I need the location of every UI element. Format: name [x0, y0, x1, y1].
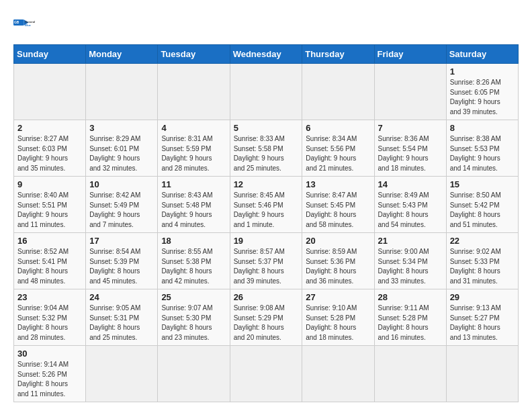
day-number: 26	[234, 292, 299, 302]
day-info: Sunrise: 8:50 AM Sunset: 5:42 PM Dayligh…	[450, 191, 515, 230]
calendar-cell: 25Sunrise: 9:07 AM Sunset: 5:30 PM Dayli…	[158, 289, 230, 346]
day-info: Sunrise: 8:42 AM Sunset: 5:49 PM Dayligh…	[89, 191, 154, 230]
calendar-cell	[158, 64, 230, 120]
calendar-header-row: SundayMondayTuesdayWednesdayThursdayFrid…	[14, 45, 519, 64]
day-info: Sunrise: 9:08 AM Sunset: 5:29 PM Dayligh…	[234, 304, 299, 342]
day-number: 24	[89, 292, 154, 302]
calendar-cell: 15Sunrise: 8:50 AM Sunset: 5:42 PM Dayli…	[446, 177, 518, 233]
calendar-cell: 16Sunrise: 8:52 AM Sunset: 5:41 PM Dayli…	[14, 233, 86, 289]
day-header-monday: Monday	[86, 45, 158, 64]
calendar-cell: 19Sunrise: 8:57 AM Sunset: 5:37 PM Dayli…	[230, 233, 302, 289]
day-number: 1	[450, 66, 515, 77]
day-info: Sunrise: 8:57 AM Sunset: 5:37 PM Dayligh…	[234, 247, 299, 286]
day-info: Sunrise: 9:04 AM Sunset: 5:32 PM Dayligh…	[17, 304, 82, 342]
calendar-cell: 11Sunrise: 8:43 AM Sunset: 5:48 PM Dayli…	[158, 177, 230, 233]
calendar-cell: 10Sunrise: 8:42 AM Sunset: 5:49 PM Dayli…	[86, 177, 158, 233]
day-number: 11	[161, 179, 226, 189]
calendar-cell	[302, 64, 374, 120]
calendar-cell: 23Sunrise: 9:04 AM Sunset: 5:32 PM Dayli…	[14, 289, 86, 346]
day-number: 2	[17, 123, 82, 133]
calendar-cell: 14Sunrise: 8:49 AM Sunset: 5:43 PM Dayli…	[374, 177, 446, 233]
day-number: 17	[89, 236, 154, 246]
calendar-cell: 3Sunrise: 8:29 AM Sunset: 6:01 PM Daylig…	[86, 120, 158, 177]
day-number: 28	[378, 292, 443, 302]
svg-text:Blue: Blue	[25, 24, 31, 27]
day-info: Sunrise: 8:59 AM Sunset: 5:36 PM Dayligh…	[306, 247, 370, 286]
calendar-cell: 5Sunrise: 8:33 AM Sunset: 5:58 PM Daylig…	[230, 120, 302, 177]
day-info: Sunrise: 9:02 AM Sunset: 5:33 PM Dayligh…	[450, 247, 515, 286]
calendar-cell	[86, 64, 158, 120]
day-info: Sunrise: 8:49 AM Sunset: 5:43 PM Dayligh…	[378, 191, 443, 230]
day-number: 4	[161, 123, 226, 133]
day-number: 22	[450, 236, 515, 246]
calendar-cell: 24Sunrise: 9:05 AM Sunset: 5:31 PM Dayli…	[86, 289, 158, 346]
day-info: Sunrise: 8:38 AM Sunset: 5:53 PM Dayligh…	[450, 134, 515, 173]
calendar-cell: 6Sunrise: 8:34 AM Sunset: 5:56 PM Daylig…	[302, 120, 374, 177]
calendar-cell: 30Sunrise: 9:14 AM Sunset: 5:26 PM Dayli…	[14, 346, 86, 402]
calendar-week-1: 1Sunrise: 8:26 AM Sunset: 6:05 PM Daylig…	[14, 64, 519, 120]
day-info: Sunrise: 8:34 AM Sunset: 5:56 PM Dayligh…	[306, 134, 370, 173]
day-info: Sunrise: 8:40 AM Sunset: 5:51 PM Dayligh…	[17, 191, 82, 230]
day-number: 10	[89, 179, 154, 189]
day-info: Sunrise: 9:10 AM Sunset: 5:28 PM Dayligh…	[306, 304, 370, 342]
day-info: Sunrise: 8:43 AM Sunset: 5:48 PM Dayligh…	[161, 191, 226, 230]
day-number: 13	[306, 179, 370, 189]
calendar-cell	[86, 346, 158, 402]
calendar-cell: 22Sunrise: 9:02 AM Sunset: 5:33 PM Dayli…	[446, 233, 518, 289]
calendar-cell: 1Sunrise: 8:26 AM Sunset: 6:05 PM Daylig…	[446, 64, 518, 120]
day-info: Sunrise: 9:00 AM Sunset: 5:34 PM Dayligh…	[378, 247, 443, 286]
calendar-cell: 17Sunrise: 8:54 AM Sunset: 5:39 PM Dayli…	[86, 233, 158, 289]
calendar-cell: 4Sunrise: 8:31 AM Sunset: 5:59 PM Daylig…	[158, 120, 230, 177]
day-number: 25	[161, 292, 226, 302]
calendar-cell: 9Sunrise: 8:40 AM Sunset: 5:51 PM Daylig…	[14, 177, 86, 233]
calendar-week-6: 30Sunrise: 9:14 AM Sunset: 5:26 PM Dayli…	[14, 346, 519, 402]
day-header-friday: Friday	[374, 45, 446, 64]
calendar-cell: 21Sunrise: 9:00 AM Sunset: 5:34 PM Dayli…	[374, 233, 446, 289]
calendar-cell	[14, 64, 86, 120]
day-header-saturday: Saturday	[446, 45, 518, 64]
day-number: 16	[17, 236, 82, 246]
day-info: Sunrise: 9:14 AM Sunset: 5:26 PM Dayligh…	[17, 360, 82, 399]
day-number: 29	[450, 292, 515, 302]
page-header: GB General Blue	[13, 13, 519, 38]
calendar-cell	[230, 346, 302, 402]
calendar-cell: 13Sunrise: 8:47 AM Sunset: 5:45 PM Dayli…	[302, 177, 374, 233]
day-header-thursday: Thursday	[302, 45, 374, 64]
calendar-cell: 7Sunrise: 8:36 AM Sunset: 5:54 PM Daylig…	[374, 120, 446, 177]
day-number: 15	[450, 179, 515, 189]
calendar-cell	[374, 346, 446, 402]
calendar-cell	[302, 346, 374, 402]
day-info: Sunrise: 9:07 AM Sunset: 5:30 PM Dayligh…	[161, 304, 226, 342]
calendar-cell: 26Sunrise: 9:08 AM Sunset: 5:29 PM Dayli…	[230, 289, 302, 346]
calendar-week-5: 23Sunrise: 9:04 AM Sunset: 5:32 PM Dayli…	[14, 289, 519, 346]
day-info: Sunrise: 8:26 AM Sunset: 6:05 PM Dayligh…	[450, 78, 515, 117]
day-header-tuesday: Tuesday	[158, 45, 230, 64]
day-number: 30	[17, 349, 82, 359]
calendar-cell: 27Sunrise: 9:10 AM Sunset: 5:28 PM Dayli…	[302, 289, 374, 346]
day-header-wednesday: Wednesday	[230, 45, 302, 64]
day-info: Sunrise: 8:45 AM Sunset: 5:46 PM Dayligh…	[234, 191, 299, 230]
day-number: 21	[378, 236, 443, 246]
calendar-cell: 8Sunrise: 8:38 AM Sunset: 5:53 PM Daylig…	[446, 120, 518, 177]
day-info: Sunrise: 8:55 AM Sunset: 5:38 PM Dayligh…	[161, 247, 226, 286]
calendar-week-2: 2Sunrise: 8:27 AM Sunset: 6:03 PM Daylig…	[14, 120, 519, 177]
day-number: 27	[306, 292, 370, 302]
day-number: 7	[378, 123, 443, 133]
day-info: Sunrise: 9:05 AM Sunset: 5:31 PM Dayligh…	[89, 304, 154, 342]
day-info: Sunrise: 8:27 AM Sunset: 6:03 PM Dayligh…	[17, 134, 82, 173]
calendar-week-3: 9Sunrise: 8:40 AM Sunset: 5:51 PM Daylig…	[14, 177, 519, 233]
calendar-cell: 28Sunrise: 9:11 AM Sunset: 5:28 PM Dayli…	[374, 289, 446, 346]
day-info: Sunrise: 8:29 AM Sunset: 6:01 PM Dayligh…	[89, 134, 154, 173]
logo-icon: GB General Blue	[13, 13, 38, 38]
calendar-cell: 18Sunrise: 8:55 AM Sunset: 5:38 PM Dayli…	[158, 233, 230, 289]
day-number: 6	[306, 123, 370, 133]
calendar-cell	[446, 346, 518, 402]
calendar-table: SundayMondayTuesdayWednesdayThursdayFrid…	[13, 44, 519, 402]
calendar-cell: 29Sunrise: 9:13 AM Sunset: 5:27 PM Dayli…	[446, 289, 518, 346]
day-info: Sunrise: 8:31 AM Sunset: 5:59 PM Dayligh…	[161, 134, 226, 173]
day-header-sunday: Sunday	[14, 45, 86, 64]
day-info: Sunrise: 8:47 AM Sunset: 5:45 PM Dayligh…	[306, 191, 370, 230]
day-number: 8	[450, 123, 515, 133]
day-number: 20	[306, 236, 370, 246]
logo: GB General Blue	[13, 13, 38, 38]
